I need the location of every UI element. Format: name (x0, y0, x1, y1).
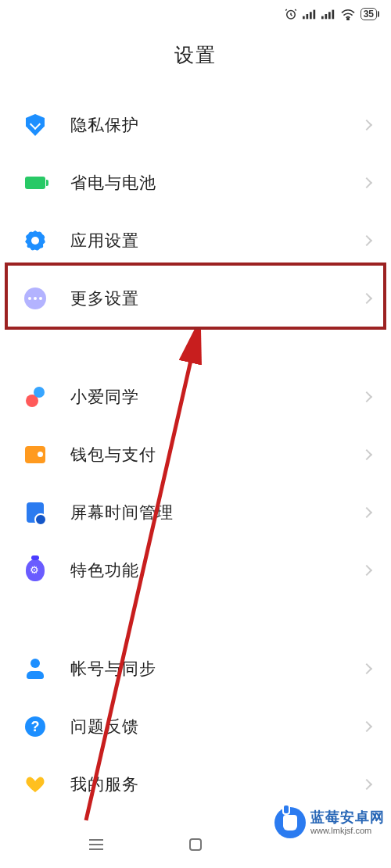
settings-item-account[interactable]: 帐号与同步 (0, 640, 391, 698)
settings-list: 隐私保护 省电与电池 应用设置 更多设置 小爱同学 钱包与支付 (0, 90, 391, 820)
svg-rect-3 (310, 12, 312, 19)
chevron-right-icon (361, 779, 372, 790)
chevron-right-icon (361, 507, 372, 518)
watermark-title: 蓝莓安卓网 (310, 809, 385, 826)
watermark-url: www.lmkjsf.com (310, 826, 385, 836)
settings-item-battery[interactable]: 省电与电池 (0, 154, 391, 212)
svg-rect-7 (328, 12, 331, 19)
chevron-right-icon (361, 663, 372, 674)
svg-rect-8 (332, 10, 334, 20)
settings-item-special[interactable]: 特色功能 (0, 541, 391, 599)
settings-item-feedback[interactable]: ? 问题反馈 (0, 698, 391, 755)
wallet-icon (23, 443, 47, 466)
settings-group-3: 帐号与同步 ? 问题反馈 我的服务 (0, 634, 391, 820)
item-label: 我的服务 (70, 773, 363, 795)
item-label: 更多设置 (70, 288, 363, 309)
account-icon (23, 657, 47, 680)
settings-item-more[interactable]: 更多设置 (0, 270, 391, 327)
chevron-right-icon (361, 565, 372, 576)
item-label: 帐号与同步 (70, 658, 363, 680)
heart-icon (23, 773, 47, 796)
special-icon (23, 559, 47, 582)
settings-item-apps[interactable]: 应用设置 (0, 212, 391, 270)
battery-icon (23, 171, 47, 195)
chevron-right-icon (361, 721, 372, 732)
more-icon (23, 287, 47, 310)
settings-group-1: 隐私保护 省电与电池 应用设置 更多设置 (0, 90, 391, 334)
chevron-right-icon (361, 391, 372, 402)
xiaoai-icon (23, 385, 47, 409)
gear-icon (23, 229, 47, 252)
signal-hd-icon (303, 9, 317, 20)
svg-rect-2 (306, 14, 308, 19)
alarm-icon (284, 7, 298, 21)
svg-rect-4 (313, 10, 315, 20)
settings-item-xiaoai[interactable]: 小爱同学 (0, 368, 391, 426)
help-icon: ? (23, 715, 47, 738)
nav-home-button[interactable] (186, 835, 205, 854)
battery-indicator: 35 (361, 8, 377, 20)
item-label: 省电与电池 (70, 172, 363, 194)
item-label: 隐私保护 (70, 114, 363, 136)
item-label: 特色功能 (70, 559, 363, 581)
item-label: 问题反馈 (70, 716, 363, 738)
item-label: 钱包与支付 (70, 444, 363, 466)
settings-item-wallet[interactable]: 钱包与支付 (0, 426, 391, 484)
settings-group-2: 小爱同学 钱包与支付 屏幕时间管理 特色功能 (0, 362, 391, 605)
item-label: 小爱同学 (70, 386, 363, 408)
item-label: 屏幕时间管理 (70, 502, 363, 523)
signal-5g-icon (321, 9, 335, 20)
status-bar: 35 (0, 0, 391, 28)
svg-rect-14 (190, 839, 201, 850)
chevron-right-icon (361, 120, 372, 130)
svg-point-9 (346, 18, 348, 20)
wifi-icon (340, 8, 356, 20)
chevron-right-icon (361, 449, 372, 460)
item-label: 应用设置 (70, 230, 363, 252)
settings-item-privacy[interactable]: 隐私保护 (0, 96, 391, 154)
svg-rect-5 (321, 16, 324, 20)
watermark-logo-icon (274, 807, 306, 838)
settings-item-screentime[interactable]: 屏幕时间管理 (0, 484, 391, 541)
svg-rect-1 (303, 16, 305, 20)
screentime-icon (23, 501, 47, 524)
chevron-right-icon (361, 177, 372, 188)
nav-recent-button[interactable] (87, 835, 106, 854)
watermark: 蓝莓安卓网 www.lmkjsf.com (274, 807, 385, 838)
settings-item-services[interactable]: 我的服务 (0, 755, 391, 813)
shield-icon (23, 113, 47, 137)
svg-rect-6 (325, 14, 327, 19)
chevron-right-icon (361, 235, 372, 246)
page-title: 设置 (0, 28, 391, 90)
chevron-right-icon (361, 293, 372, 304)
